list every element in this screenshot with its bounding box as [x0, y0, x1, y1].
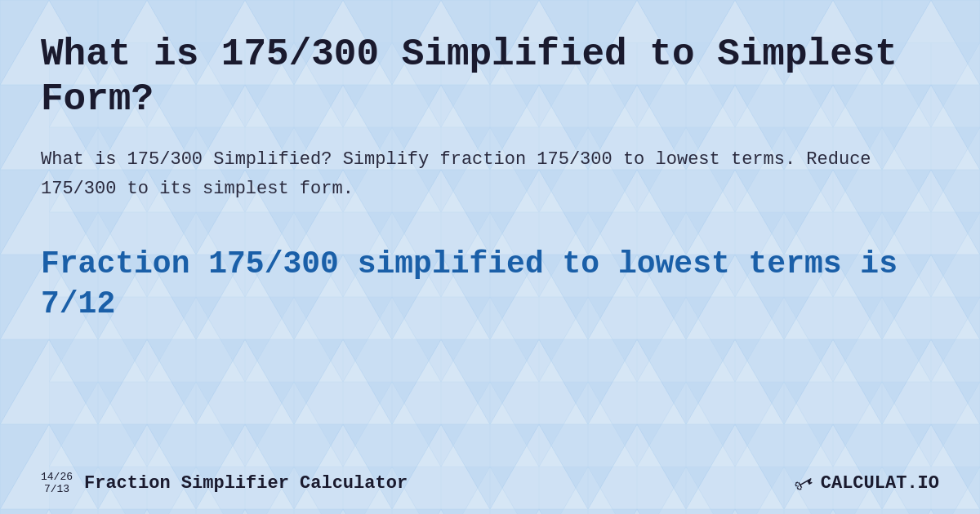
page-title: What is 175/300 Simplified to Simplest F…: [41, 33, 939, 122]
result-text: Fraction 175/300 simplified to lowest te…: [41, 244, 939, 325]
result-section: Fraction 175/300 simplified to lowest te…: [41, 244, 939, 325]
main-content: What is 175/300 Simplified to Simplest F…: [0, 0, 980, 514]
page-description: What is 175/300 Simplified? Simplify fra…: [41, 145, 939, 202]
